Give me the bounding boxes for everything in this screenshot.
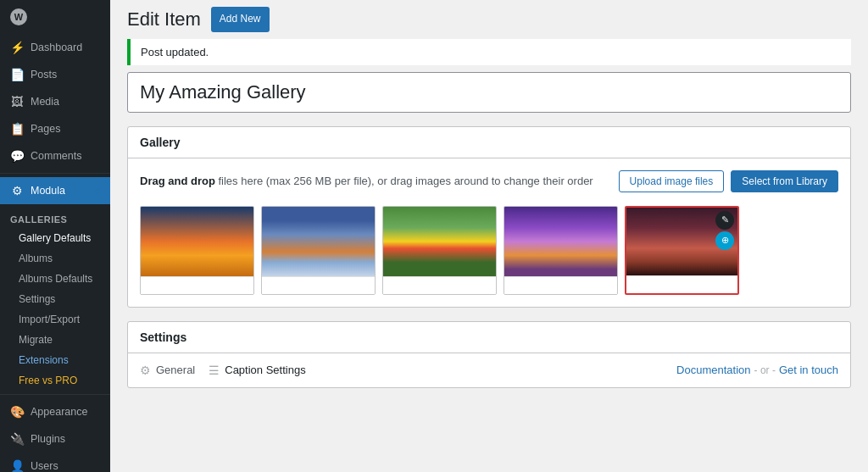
sidebar-item-label: Dashboard xyxy=(31,42,82,53)
appearance-icon: 🎨 xyxy=(10,405,24,419)
thumbnail-1 xyxy=(141,207,253,276)
image-footer-4 xyxy=(504,276,617,294)
select-from-library-button[interactable]: Select from Library xyxy=(731,170,838,192)
separator: - or - xyxy=(754,364,776,376)
settings-links: Documentation - or - Get in touch xyxy=(676,364,838,376)
gallery-box: Gallery Drag and drop files here (max 25… xyxy=(127,126,851,308)
sidebar-item-modula[interactable]: ⚙ Modula ◀ xyxy=(0,177,110,204)
media-icon: 🖼 xyxy=(10,95,24,108)
sidebar-item-label: Pages xyxy=(31,123,60,135)
caption-label: Caption Settings xyxy=(225,364,305,376)
sidebar-item-plugins[interactable]: 🔌 Plugins xyxy=(0,425,110,453)
image-action-icons: ✎ ⊕ xyxy=(715,211,734,250)
get-in-touch-link[interactable]: Get in touch xyxy=(779,364,838,376)
gallery-box-header: Gallery xyxy=(128,127,850,158)
general-label: General xyxy=(156,364,195,376)
dashboard-icon: ⚡ xyxy=(10,41,24,54)
settings-caption-section: ☰ Caption Settings xyxy=(209,364,663,377)
settings-box-header: Settings xyxy=(128,322,850,353)
gallery-title-input[interactable] xyxy=(127,72,851,113)
settings-box-body: ⚙ General ☰ Caption Settings Documentati… xyxy=(128,353,850,387)
sidebar-item-comments[interactable]: 💬 Comments xyxy=(0,142,110,169)
sidebar-sub-item-albums[interactable]: Albums xyxy=(0,248,110,269)
sidebar-item-label: Plugins xyxy=(31,433,65,445)
edit-image-button[interactable]: ✎ xyxy=(715,211,734,230)
notice-text: Post updated. xyxy=(141,46,209,58)
gallery-upload-text: Drag and drop files here (max 256 MB per… xyxy=(140,175,593,187)
chevron-icon: ◀ xyxy=(93,186,100,196)
modula-icon: ⚙ xyxy=(10,184,24,197)
documentation-link[interactable]: Documentation xyxy=(676,364,750,376)
image-footer-1 xyxy=(141,276,253,294)
settings-general[interactable]: ⚙ General xyxy=(140,364,195,377)
gallery-upload-buttons: Upload image files Select from Library xyxy=(619,170,838,192)
sidebar-item-dashboard[interactable]: ⚡ Dashboard xyxy=(0,34,110,61)
top-bar: Edit Item Add New xyxy=(110,0,868,32)
caption-icon: ☰ xyxy=(209,364,220,377)
sidebar-sub-item-gallery-defaults[interactable]: Gallery Defaults xyxy=(0,228,110,248)
sidebar-sub-item-import-export[interactable]: Import/Export xyxy=(0,309,110,330)
wordpress-icon: W xyxy=(10,8,27,25)
wp-image-button[interactable]: ⊕ xyxy=(715,231,734,250)
gallery-box-body: Drag and drop files here (max 256 MB per… xyxy=(128,158,850,307)
sidebar-item-label: Comments xyxy=(31,150,81,162)
galleries-section-header: Galleries xyxy=(0,204,110,228)
image-grid: ✎ ⊕ xyxy=(140,206,838,295)
image-footer-3 xyxy=(383,276,496,294)
gallery-image-4[interactable] xyxy=(504,206,618,295)
upload-image-files-button[interactable]: Upload image files xyxy=(619,170,725,192)
sidebar-item-users[interactable]: 👤 Users xyxy=(0,453,110,472)
thumbnail-4 xyxy=(504,207,617,276)
sidebar-sub-item-migrate[interactable]: Migrate xyxy=(0,330,110,350)
comments-icon: 💬 xyxy=(10,149,24,163)
sidebar-item-media[interactable]: 🖼 Media xyxy=(0,88,110,115)
add-new-button[interactable]: Add New xyxy=(211,7,270,32)
thumbnail-3 xyxy=(383,207,496,276)
thumbnail-2 xyxy=(262,207,375,276)
sidebar-sub-item-settings[interactable]: Settings xyxy=(0,289,110,309)
sidebar-item-posts[interactable]: 📄 Posts xyxy=(0,61,110,88)
pages-icon: 📋 xyxy=(10,122,24,136)
sidebar-item-label: Users xyxy=(31,460,58,472)
gallery-image-5[interactable]: ✎ ⊕ xyxy=(625,206,739,295)
image-footer-2 xyxy=(262,276,375,294)
image-footer-5 xyxy=(626,275,737,292)
main-content: Edit Item Add New Post updated. Gallery … xyxy=(110,0,868,472)
sidebar-logo: W xyxy=(0,0,110,34)
users-icon: 👤 xyxy=(10,459,24,472)
sidebar-item-label: Media xyxy=(31,96,59,108)
gallery-image-1[interactable] xyxy=(140,206,254,295)
update-notice: Post updated. xyxy=(127,39,851,65)
plugins-icon: 🔌 xyxy=(10,432,24,446)
gallery-image-2[interactable] xyxy=(261,206,376,295)
sidebar: W ⚡ Dashboard 📄 Posts 🖼 Media 📋 Pages 💬 … xyxy=(0,0,110,472)
gear-icon: ⚙ xyxy=(140,364,151,377)
sidebar-sub-item-albums-defaults[interactable]: Albums Defaults xyxy=(0,269,110,289)
settings-box: Settings ⚙ General ☰ Caption Settings Do… xyxy=(127,321,851,388)
gallery-image-3[interactable] xyxy=(382,206,497,295)
sidebar-sub-item-free-vs-pro[interactable]: Free vs PRO xyxy=(0,370,110,391)
upload-text-rest: files here (max 256 MB per file), or xyxy=(215,175,391,187)
sidebar-item-pages[interactable]: 📋 Pages xyxy=(0,115,110,142)
upload-text-bold: Drag and drop xyxy=(140,175,215,187)
posts-icon: 📄 xyxy=(10,68,24,81)
sidebar-item-label: Appearance xyxy=(31,406,87,418)
drag-text: drag images around to change their order xyxy=(390,175,593,187)
sidebar-sub-item-extensions[interactable]: Extensions xyxy=(0,350,110,370)
content-area: Gallery Drag and drop files here (max 25… xyxy=(110,72,868,405)
gallery-upload-bar: Drag and drop files here (max 256 MB per… xyxy=(140,170,838,192)
page-title: Edit Item xyxy=(127,8,201,31)
sidebar-item-label: Modula xyxy=(31,185,65,197)
sidebar-item-appearance[interactable]: 🎨 Appearance xyxy=(0,398,110,425)
sidebar-item-label: Posts xyxy=(31,69,57,81)
